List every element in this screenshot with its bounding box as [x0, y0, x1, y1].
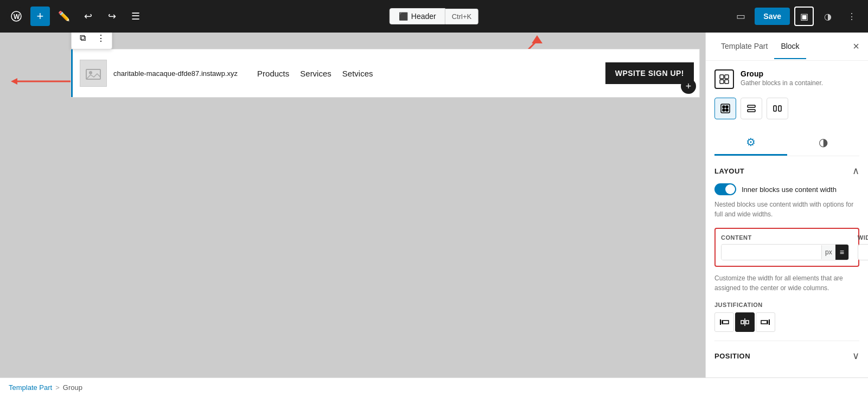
toolbar-center: ⬛ Header Ctrl+K	[390, 8, 478, 24]
tab-styles[interactable]: ◑	[787, 130, 860, 156]
sidebar-close-button[interactable]: ×	[853, 40, 859, 53]
sidebar: Template Part Block × Group	[705, 33, 868, 377]
style-button[interactable]: ◑	[818, 7, 838, 26]
width-inputs-container: CONTENT px ≡ WIDE px ≡	[714, 228, 859, 267]
more-options-button[interactable]: ⋮	[842, 7, 861, 26]
nav-services[interactable]: Services	[300, 69, 331, 78]
content-width-toggle-row: Inner blocks use content width	[714, 183, 859, 195]
nav-products[interactable]: Products	[257, 69, 289, 78]
block-duplicate-button[interactable]: ⧉	[74, 33, 91, 47]
undo-button[interactable]: ↩	[78, 7, 98, 26]
half-circle-icon: ◑	[824, 11, 832, 22]
justification-buttons	[714, 312, 859, 332]
svg-rect-14	[721, 104, 730, 113]
variation-row-button[interactable]	[767, 98, 788, 119]
block-type-info-row: Group Gather blocks in a container.	[714, 69, 859, 89]
svg-rect-18	[726, 109, 728, 111]
list-view-button[interactable]: ☰	[126, 7, 145, 26]
breadcrumb-separator: >	[55, 383, 60, 392]
header-label-button[interactable]: ⬛ Header	[390, 8, 445, 24]
undo-icon: ↩	[84, 10, 92, 22]
main-area: ⧉ ⋮ charitable-macaque-dfde87.instawp.xy…	[0, 33, 868, 377]
tab-template-part[interactable]: Template Part	[714, 34, 774, 59]
svg-rect-15	[723, 106, 725, 108]
justify-right-button[interactable]	[756, 312, 775, 332]
template-part-icon: ⬛	[399, 12, 408, 21]
content-width-input[interactable]	[722, 245, 821, 260]
variation-group-button[interactable]	[714, 98, 736, 119]
svg-rect-16	[726, 106, 728, 108]
style-icon: ◑	[819, 136, 828, 149]
wp-logo-button[interactable]: W	[7, 7, 26, 26]
content-width-field: px ≡	[721, 244, 849, 260]
tab-block[interactable]: Block	[774, 34, 806, 59]
toggle-label-text: Inner blocks use content width	[742, 185, 837, 194]
edit-mode-button[interactable]: ✏️	[54, 7, 74, 26]
add-inner-icon: +	[686, 81, 692, 92]
content-width-toggle[interactable]	[714, 183, 736, 195]
sidebar-toggle-icon: ▣	[800, 11, 808, 22]
add-icon: +	[37, 10, 44, 22]
wide-label: WIDE	[858, 234, 868, 241]
svg-rect-22	[778, 106, 781, 111]
toggle-description-text: Nested blocks use content width with opt…	[714, 200, 859, 219]
layout-collapse-button[interactable]: ∧	[852, 165, 859, 177]
svg-marker-3	[11, 78, 17, 85]
position-section-header: Position ∨	[714, 350, 859, 362]
canvas-header-block[interactable]: ⧉ ⋮ charitable-macaque-dfde87.instawp.xy…	[71, 49, 700, 98]
svg-marker-7	[532, 35, 542, 43]
svg-rect-10	[720, 75, 724, 79]
collapse-icon: ∧	[852, 165, 859, 176]
header-cta-button[interactable]: WPSITE SIGN UP!	[605, 62, 694, 84]
sidebar-content: Group Gather blocks in a container.	[706, 61, 868, 377]
add-block-toolbar-button[interactable]: +	[30, 7, 50, 26]
block-type-details: Group Gather blocks in a container.	[741, 69, 823, 87]
pencil-icon: ✏️	[58, 10, 70, 22]
toolbar-right: ▭ Save ▣ ◑ ⋮	[731, 7, 861, 26]
position-expand-icon: ∨	[852, 350, 859, 361]
site-logo-placeholder	[80, 60, 107, 87]
variation-stack-button[interactable]	[741, 98, 762, 119]
tab-settings[interactable]: ⚙	[714, 130, 787, 156]
block-type-desc: Gather blocks in a container.	[741, 79, 823, 87]
breadcrumb-template-part[interactable]: Template Part	[9, 383, 52, 392]
content-width-group: CONTENT px ≡	[721, 234, 849, 260]
monitor-view-button[interactable]: ▭	[731, 7, 750, 26]
nav-setvices[interactable]: Setvices	[342, 69, 373, 78]
block-type-icon	[714, 69, 734, 89]
justification-label: JUSTIFICATION	[714, 302, 859, 308]
wide-width-input[interactable]	[858, 245, 868, 260]
svg-rect-23	[720, 319, 721, 325]
toggle-sidebar-button[interactable]: ▣	[794, 7, 814, 26]
shortcut-text: Ctrl+K	[452, 12, 471, 21]
save-button[interactable]: Save	[755, 8, 790, 25]
svg-rect-12	[720, 80, 724, 84]
svg-text:W: W	[14, 13, 20, 21]
position-section: Position ∨	[714, 341, 859, 362]
justify-left-button[interactable]	[714, 312, 734, 332]
redo-button[interactable]: ↪	[102, 7, 122, 26]
content-width-icon: ≡	[835, 245, 848, 260]
block-selection-indicator	[71, 49, 73, 97]
position-collapse-button[interactable]: ∨	[852, 350, 859, 362]
close-icon: ×	[853, 40, 859, 52]
block-more-icon: ⋮	[97, 33, 105, 43]
cta-label: WPSITE SIGN UP!	[615, 69, 684, 78]
settings-style-tabs: ⚙ ◑	[714, 130, 859, 156]
duplicate-icon: ⧉	[80, 33, 86, 43]
block-more-button[interactable]: ⋮	[92, 33, 110, 47]
svg-rect-19	[748, 105, 755, 107]
add-inner-block-button[interactable]: +	[681, 79, 696, 94]
gear-icon: ⚙	[746, 136, 756, 149]
content-unit[interactable]: px	[821, 245, 835, 259]
justify-center-button[interactable]	[735, 312, 755, 332]
shortcut-button[interactable]: Ctrl+K	[445, 9, 478, 24]
bottom-bar: Template Part > Group	[0, 377, 868, 397]
list-icon: ☰	[131, 10, 140, 22]
width-inputs-row: CONTENT px ≡ WIDE px ≡	[721, 234, 853, 260]
canvas-area: ⧉ ⋮ charitable-macaque-dfde87.instawp.xy…	[0, 33, 705, 377]
svg-rect-26	[741, 321, 744, 324]
more-icon: ⋮	[847, 11, 856, 22]
width-description-text: Customize the width for all elements tha…	[714, 273, 859, 293]
sidebar-header: Template Part Block ×	[706, 33, 868, 61]
